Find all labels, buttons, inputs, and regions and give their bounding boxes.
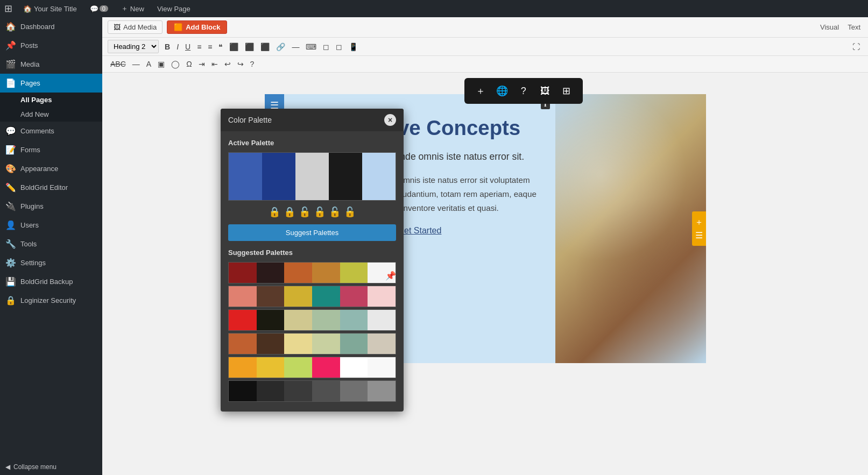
align-right-button[interactable]: ⬛	[258, 41, 272, 53]
suggested-palette-row-5[interactable]	[228, 357, 396, 378]
sidebar-item-users[interactable]: 👤 Users	[0, 216, 102, 235]
italic-button[interactable]: I	[174, 41, 181, 53]
text-button[interactable]: Text	[845, 22, 863, 32]
collapse-menu-label: Collapse menu	[13, 463, 57, 471]
globe-icon[interactable]: 🌐	[492, 81, 512, 101]
underline-button[interactable]: U	[182, 41, 193, 53]
add-block-button[interactable]: 🟧 Add Block	[167, 20, 227, 34]
sug-swatch	[257, 263, 285, 283]
fullscreen-button[interactable]: ⛶	[850, 41, 863, 53]
sidebar-item-plugins[interactable]: 🔌 Plugins	[0, 197, 102, 216]
undo-button[interactable]: ↩	[222, 58, 234, 70]
sidebar-item-pages[interactable]: 📄 Pages	[0, 74, 102, 93]
sidebar-item-label: Comments	[20, 127, 54, 135]
adminbar-new-link[interactable]: ＋ New	[117, 4, 149, 13]
grid-icon[interactable]: ⊞	[557, 81, 576, 101]
lock-icon-3[interactable]: 🔓	[299, 206, 310, 218]
wp-column-button[interactable]: ◻	[333, 41, 345, 53]
sidebar-item-boldgrid-backup[interactable]: 💾 BoldGrid Backup	[0, 272, 102, 291]
appearance-icon: 🎨	[5, 164, 16, 174]
sidebar-item-loginizer-security[interactable]: 🔒 Loginizer Security	[0, 291, 102, 310]
sidebar-item-tools[interactable]: 🔧 Tools	[0, 235, 102, 253]
swatch-5[interactable]	[362, 153, 396, 200]
wp-editor-button[interactable]: ◻	[320, 41, 332, 53]
table-button[interactable]: ⌨	[303, 41, 319, 53]
hr2-button[interactable]: —	[130, 58, 143, 70]
lock-icon-5[interactable]: 🔓	[329, 206, 341, 218]
swatch-1[interactable]	[229, 153, 262, 200]
lock-icon-4[interactable]: 🔓	[314, 206, 326, 218]
sidebar-item-posts[interactable]: 📌 Posts	[0, 36, 102, 55]
adminbar-view-page-link[interactable]: View Page	[153, 5, 195, 13]
palette-lock-row: 🔒 🔒 🔓 🔓 🔓 🔓	[228, 206, 396, 218]
paste-as-text-button[interactable]: ▣	[155, 58, 167, 70]
unordered-list-button[interactable]: ≡	[194, 41, 204, 53]
right-yellow-handle[interactable]: ＋ ☰	[692, 211, 706, 246]
color-palette-modal: Color Palette × Active Palette 🔒 🔒 🔓 🔓	[221, 109, 404, 412]
suggested-palette-row-6[interactable]	[228, 380, 396, 402]
sidebar-item-label: BoldGrid Backup	[20, 278, 73, 286]
hr-button[interactable]: —	[289, 41, 302, 53]
sidebar-item-appearance[interactable]: 🎨 Appearance	[0, 159, 102, 178]
blockquote-button[interactable]: ❝	[216, 41, 225, 53]
adminbar-site-link[interactable]: 🏠 Your Site Title	[19, 5, 81, 13]
loginizer-security-icon: 🔒	[5, 295, 16, 306]
image-icon[interactable]: 🖼	[535, 81, 555, 101]
sidebar-item-settings[interactable]: ⚙️ Settings	[0, 253, 102, 272]
link-button[interactable]: 🔗	[273, 41, 288, 53]
special-char-button[interactable]: Ω	[184, 58, 194, 70]
strikethrough-button[interactable]: ABC	[108, 58, 129, 70]
suggested-palette-row-3[interactable]	[228, 309, 396, 331]
help-button[interactable]: ?	[248, 58, 257, 70]
sidebar-item-comments[interactable]: 💬 Comments	[0, 122, 102, 140]
lock-icon-6[interactable]: 🔓	[344, 206, 356, 218]
sidebar-item-dashboard[interactable]: 🏠 Dashboard	[0, 17, 102, 36]
outdent-button[interactable]: ⇤	[209, 58, 221, 70]
sidebar-item-boldgrid-editor[interactable]: ✏️ BoldGrid Editor	[0, 178, 102, 197]
sidebar-item-media[interactable]: 🎬 Media	[0, 55, 102, 74]
sug-swatch	[284, 381, 312, 401]
redo-button[interactable]: ↪	[235, 58, 246, 70]
lock-icon-2[interactable]: 🔒	[284, 206, 295, 218]
bold-button[interactable]: B	[162, 41, 173, 53]
sidebar-item-label: Dashboard	[20, 23, 55, 31]
sidebar-item-label: Pages	[20, 79, 40, 87]
collapse-menu-button[interactable]: ◀ Collapse menu	[0, 459, 102, 475]
modal-body: Active Palette 🔒 🔒 🔓 🔓 🔓 🔓 Suggest	[221, 131, 404, 412]
sidebar-item-forms[interactable]: 📝 Forms	[0, 140, 102, 159]
sug-swatch	[368, 286, 396, 307]
lock-icon-1[interactable]: 🔒	[269, 206, 280, 218]
wp-logo-icon[interactable]: ⊞	[4, 3, 12, 15]
sidebar-subitem-all-pages[interactable]: All Pages	[0, 93, 102, 107]
modal-close-button[interactable]: ×	[384, 114, 396, 126]
help2-icon[interactable]: ?	[514, 81, 533, 101]
sidebar-item-label: Appearance	[20, 165, 58, 173]
sidebar-subitem-add-new[interactable]: Add New	[0, 107, 102, 122]
pin-icon[interactable]: 📌	[385, 270, 396, 280]
suggested-palette-row-2[interactable]	[228, 286, 396, 307]
align-center-button[interactable]: ⬛	[242, 41, 257, 53]
swatch-4[interactable]	[329, 153, 362, 200]
visual-button[interactable]: Visual	[818, 22, 841, 32]
indent-button[interactable]: ⇥	[196, 58, 208, 70]
adminbar-comments-link[interactable]: 💬 0	[86, 5, 112, 13]
sidebar-item-label: BoldGrid Editor	[20, 183, 68, 192]
suggested-palette-row-4[interactable]	[228, 333, 396, 355]
editor-toolbar-top: 🖼 Add Media 🟧 Add Block Visual Text	[102, 17, 868, 38]
swatch-2[interactable]	[262, 153, 295, 200]
wp-mobile-button[interactable]: 📱	[346, 41, 361, 53]
align-left-button[interactable]: ⬛	[227, 41, 241, 53]
font-color-button[interactable]: A	[144, 58, 154, 70]
get-started-link[interactable]: Get Started	[398, 226, 442, 235]
heading-select[interactable]: Heading 2 Heading 1 Heading 3 Paragraph	[108, 40, 159, 53]
ordered-list-button[interactable]: ≡	[205, 41, 215, 53]
suggest-palettes-button[interactable]: Suggest Palettes	[228, 224, 396, 241]
add-media-label: Add Media	[123, 23, 157, 31]
add-media-button[interactable]: 🖼 Add Media	[108, 20, 163, 34]
swatch-3[interactable]	[295, 153, 329, 200]
clear-formatting-button[interactable]: ◯	[168, 58, 182, 70]
add-content-icon[interactable]: ＋	[471, 81, 490, 101]
active-palette-swatches	[228, 152, 396, 201]
suggested-palette-row-1[interactable]	[228, 262, 396, 283]
menu-handle-icon: ☰	[695, 230, 703, 240]
